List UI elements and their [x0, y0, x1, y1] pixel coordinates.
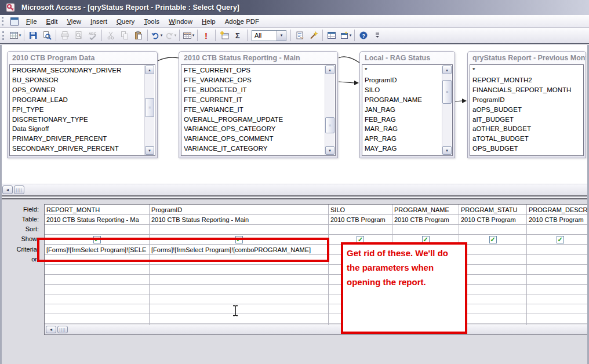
top-values-combobox[interactable]: All▾ [252, 30, 286, 41]
menu-file[interactable]: File [21, 16, 42, 27]
table-panel-title[interactable]: qryStatus Report - Previous Mont [468, 52, 586, 64]
field-item[interactable]: aOPS_BUDGET [472, 105, 583, 115]
scroll-down-button[interactable]: ▾ [145, 146, 154, 155]
sort-cell[interactable] [392, 225, 459, 235]
field-cell[interactable]: REPORT_MONTH [45, 205, 150, 215]
field-item[interactable]: aIT_BUDGET [472, 115, 583, 125]
table-cell[interactable]: 2010 CTB Status Reporting - Ma [45, 215, 150, 225]
field-item[interactable]: PROGRAM_LEAD [12, 95, 145, 105]
table-panel[interactable]: 2010 CTB Program DataPROGRAM_SECONDARY_D… [7, 51, 158, 158]
field-item[interactable]: APR_RAG [365, 134, 442, 144]
table-cell[interactable]: 2010 CTB Program [392, 215, 459, 225]
or-cell[interactable] [459, 255, 527, 265]
field-item[interactable]: FTE_VARIANCE_OPS [184, 75, 325, 85]
field-item[interactable]: FTE_CURRENT_OPS [184, 65, 325, 75]
database-window-button[interactable] [325, 29, 339, 42]
totals-button[interactable]: Σ [231, 29, 245, 42]
field-cell[interactable]: SILO [329, 205, 392, 215]
spelling-button[interactable]: ABC [86, 29, 100, 42]
field-item[interactable]: OPS_OWNER [12, 85, 145, 95]
empty-grid-cell[interactable] [527, 285, 589, 294]
empty-grid-cell[interactable] [459, 275, 527, 285]
empty-grid-cell[interactable] [527, 304, 589, 314]
field-item[interactable]: Data Signoff [12, 124, 145, 134]
table-pane-hscrollbar[interactable]: ◂ |||| [0, 184, 589, 195]
show-table-button[interactable] [217, 29, 231, 42]
field-item[interactable]: SILO [365, 85, 442, 95]
field-item[interactable]: REPORT_MONTH2 [472, 75, 583, 85]
print-button[interactable] [58, 29, 72, 42]
scroll-up-button[interactable]: ▴ [145, 65, 154, 74]
field-item[interactable]: ProgramID [365, 75, 442, 85]
show-cell[interactable]: ✓ [527, 235, 589, 245]
paste-button[interactable] [132, 29, 146, 42]
scroll-down-button[interactable]: ▾ [325, 146, 335, 155]
table-panel[interactable]: qryStatus Report - Previous Mont*REPORT_… [467, 51, 586, 158]
empty-grid-cell[interactable] [459, 294, 527, 304]
child-window-icon[interactable] [10, 17, 19, 26]
run-button[interactable]: ! [199, 29, 213, 42]
field-list-vscrollbar[interactable]: ▴▾≡ [144, 65, 154, 155]
chevron-down-icon[interactable]: ▾ [277, 31, 286, 41]
field-item[interactable]: MAR_RAG [365, 124, 442, 134]
query-type-button[interactable]: ▾ [181, 29, 195, 42]
field-item[interactable]: VARIANCE_OPS_CATEGORY [184, 124, 325, 134]
sort-cell[interactable] [150, 225, 329, 235]
field-item[interactable]: SECONDARY_DRIVER_PERCENT [12, 144, 145, 154]
criteria-cell[interactable] [527, 245, 589, 255]
empty-grid-cell[interactable] [150, 314, 329, 324]
show-cell[interactable]: ✓ [459, 235, 527, 245]
scroll-thumb[interactable]: ≡ [325, 117, 335, 133]
field-item[interactable]: FTE_CURRENT_IT [184, 95, 325, 105]
field-cell[interactable]: PROGRAM_DESCR [527, 205, 589, 215]
menu-adobe-pdf[interactable]: Adobe PDF [220, 16, 264, 27]
sort-cell[interactable] [45, 225, 150, 235]
empty-grid-cell[interactable] [45, 285, 150, 294]
empty-grid-cell[interactable] [459, 265, 527, 275]
empty-grid-cell[interactable] [527, 314, 589, 324]
menu-tools[interactable]: Tools [139, 16, 164, 27]
field-item[interactable]: * [472, 65, 583, 75]
field-cell[interactable]: PROGRAM_STATU [459, 205, 527, 215]
new-object-button[interactable]: ▾ [339, 29, 352, 42]
empty-grid-cell[interactable] [527, 265, 589, 275]
table-panel-title[interactable]: Local - RAG Status [360, 52, 455, 64]
field-list-vscrollbar[interactable]: ▴▾≡ [442, 65, 452, 155]
scroll-left-button[interactable]: ◂ [46, 326, 56, 333]
save-button[interactable] [26, 29, 40, 42]
field-item[interactable]: VARIANCE_IT_CATEGORY [184, 144, 325, 154]
help-button[interactable]: ? [357, 29, 370, 42]
scroll-thumb[interactable]: |||| [14, 185, 24, 194]
scroll-up-button[interactable]: ▴ [325, 65, 335, 74]
empty-grid-cell[interactable] [527, 275, 589, 285]
scroll-thumb[interactable]: |||| [57, 326, 68, 333]
table-panel-title[interactable]: 2010 CTB Program Data [8, 52, 157, 64]
field-item[interactable]: FPI_TYPE [12, 105, 145, 115]
empty-grid-cell[interactable] [45, 275, 150, 285]
scroll-left-button[interactable]: ◂ [2, 185, 13, 194]
menu-view[interactable]: View [62, 16, 86, 27]
menu-drag-handle[interactable] [2, 17, 5, 26]
field-item[interactable]: BU_SPONSOR [12, 75, 145, 85]
field-item[interactable]: aTOTAL_BUDGET [472, 134, 583, 144]
toolbar-options-button[interactable] [370, 29, 384, 42]
field-item[interactable]: MAY_RAG [365, 144, 442, 154]
empty-grid-cell[interactable] [150, 285, 329, 294]
field-item[interactable]: FEB_RAG [365, 115, 442, 125]
build-button[interactable] [307, 29, 321, 42]
menu-query[interactable]: Query [112, 16, 139, 27]
field-item[interactable]: DISCRETIONARY_TYPE [12, 115, 145, 125]
empty-grid-cell[interactable] [150, 265, 329, 275]
menu-window[interactable]: Window [164, 16, 197, 27]
field-item[interactable]: FTE_VARIANCE_IT [184, 105, 325, 115]
pane-splitter[interactable] [0, 195, 589, 199]
or-cell[interactable] [527, 255, 589, 265]
properties-button[interactable] [293, 29, 307, 42]
field-item[interactable]: PRIMARY_DRIVER_PERCENT [12, 134, 145, 144]
cut-button[interactable] [104, 29, 118, 42]
empty-grid-cell[interactable] [459, 314, 527, 324]
empty-grid-cell[interactable] [527, 294, 589, 304]
redo-button[interactable]: ▾ [163, 29, 177, 42]
empty-grid-cell[interactable] [150, 294, 329, 304]
field-item[interactable]: * [365, 65, 442, 75]
